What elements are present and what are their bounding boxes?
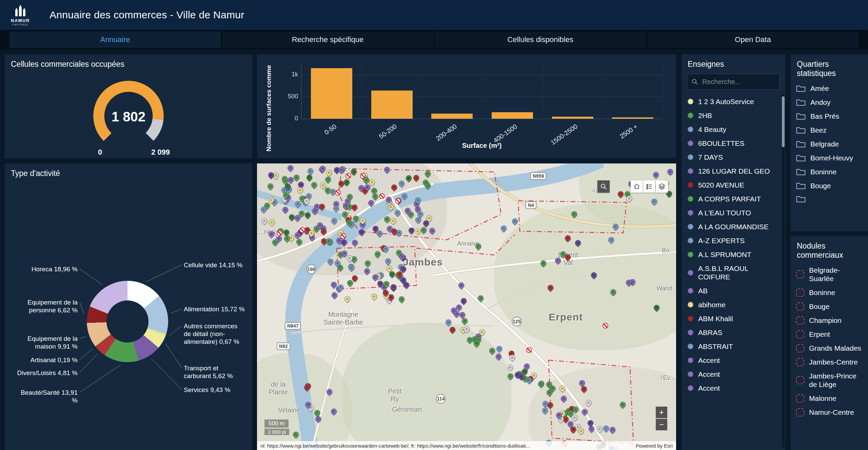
no-entry-marker[interactable]: [277, 230, 282, 236]
map-pin[interactable]: [587, 419, 595, 427]
map-pin[interactable]: [617, 190, 625, 198]
map-pin[interactable]: [383, 215, 391, 223]
no-entry-marker[interactable]: [299, 227, 305, 233]
nodule-item[interactable]: Grands Malades: [791, 341, 868, 355]
map-pin[interactable]: [306, 167, 314, 175]
map-pin[interactable]: [397, 180, 406, 188]
no-entry-marker[interactable]: [360, 173, 366, 179]
map-pin[interactable]: [666, 168, 674, 176]
scrollbar-thumb[interactable]: [782, 96, 785, 147]
map-pin[interactable]: [326, 388, 334, 396]
map-pin[interactable]: [352, 214, 360, 222]
enseignes-search-input[interactable]: [702, 78, 775, 86]
map-pin[interactable]: [570, 210, 578, 218]
map-pin[interactable]: [547, 284, 555, 292]
map-pin[interactable]: [288, 213, 296, 221]
map-pin[interactable]: [412, 174, 420, 182]
enseigne-item[interactable]: 5020 AVENUE: [682, 178, 785, 192]
map-pin[interactable]: [287, 164, 295, 172]
nodule-item[interactable]: Boninne: [791, 286, 868, 299]
enseigne-item[interactable]: A CORPS PARFAIT: [682, 192, 785, 206]
enseigne-item[interactable]: A L'EAU TOUTO: [682, 206, 785, 220]
map-pin[interactable]: [295, 238, 303, 246]
map-pin[interactable]: [373, 250, 381, 258]
map-pin[interactable]: [477, 294, 485, 302]
map-panel[interactable]: JambesErpentErpent ValMontagne Sainte-Ba…: [257, 163, 676, 450]
no-entry-marker[interactable]: [335, 190, 341, 196]
map-pin[interactable]: [449, 326, 457, 334]
map-pin[interactable]: [494, 352, 502, 360]
enseigne-item[interactable]: 1 2 3 AutoService: [682, 95, 785, 109]
map-pin[interactable]: [539, 259, 548, 268]
bar-0-50[interactable]: [311, 68, 352, 119]
map-pin[interactable]: [607, 236, 615, 244]
no-entry-marker[interactable]: [395, 198, 401, 204]
quartier-item[interactable]: Boninne: [791, 165, 868, 179]
map-pin[interactable]: [351, 239, 359, 247]
quartier-item[interactable]: Andoy: [791, 95, 868, 109]
map-pin[interactable]: [407, 226, 415, 234]
no-entry-marker[interactable]: [526, 347, 532, 353]
no-entry-marker[interactable]: [379, 193, 385, 199]
activity-donut-chart[interactable]: [87, 281, 168, 362]
map-pin[interactable]: [423, 170, 432, 178]
map-pin[interactable]: [266, 182, 274, 191]
map-pin[interactable]: [384, 257, 392, 266]
map-pin[interactable]: [296, 186, 304, 194]
bar-1500-2500[interactable]: [552, 117, 593, 119]
enseigne-item[interactable]: ABRAS: [682, 326, 785, 339]
tab-annuaire[interactable]: Annuaire: [9, 32, 221, 48]
bar-50-200[interactable]: [371, 91, 413, 119]
enseigne-item[interactable]: Accent: [682, 381, 785, 395]
map-pin[interactable]: [611, 223, 619, 231]
map-pin[interactable]: [343, 295, 351, 303]
map-pin[interactable]: [314, 415, 322, 423]
map-legend-button[interactable]: [643, 180, 655, 193]
nodule-item[interactable]: Namur-Centre: [791, 405, 868, 419]
map-pin[interactable]: [405, 174, 413, 182]
map-pin[interactable]: [474, 242, 482, 250]
nodule-item[interactable]: Jambes-Prince de Liège: [791, 369, 868, 391]
map-pin[interactable]: [495, 345, 504, 353]
map-pin[interactable]: [364, 259, 372, 267]
enseigne-item[interactable]: abihome: [682, 298, 785, 312]
enseigne-item[interactable]: A.S.B.L RAOUL COIFURE: [682, 261, 785, 284]
enseigne-item[interactable]: ABSTRAIT: [682, 339, 785, 353]
map-pin[interactable]: [511, 217, 519, 226]
map-pin[interactable]: [506, 363, 514, 371]
map-pin[interactable]: [400, 192, 409, 200]
enseigne-item[interactable]: 126 LUGAR DEL GEO: [682, 164, 785, 178]
enseigne-item[interactable]: 7 DAYS: [682, 150, 785, 164]
map-pin[interactable]: [559, 394, 568, 403]
map-pin[interactable]: [324, 176, 332, 184]
nodule-item[interactable]: Bouge: [791, 299, 868, 313]
map-pin[interactable]: [260, 217, 269, 225]
enseigne-item[interactable]: ABM Khalil: [682, 312, 785, 326]
map-pin[interactable]: [609, 288, 617, 296]
bar-2500 +[interactable]: [612, 117, 653, 119]
map-pin[interactable]: [554, 257, 562, 265]
map-pin[interactable]: [327, 257, 335, 266]
nodule-item[interactable]: Champion: [791, 313, 868, 327]
map-pin[interactable]: [305, 174, 314, 182]
map-pin[interactable]: [310, 181, 318, 189]
map-pin[interactable]: [394, 209, 402, 217]
map-pin[interactable]: [618, 400, 627, 409]
nodule-item[interactable]: Erpent: [791, 327, 868, 341]
map-pin[interactable]: [428, 227, 436, 235]
enseigne-item[interactable]: 4 Beauty: [682, 122, 785, 136]
map-pin[interactable]: [574, 239, 582, 247]
map-pin[interactable]: [383, 166, 391, 174]
map-search-button[interactable]: [597, 180, 610, 193]
quartier-item[interactable]: Bas Prés: [791, 109, 868, 123]
quartier-item[interactable]: Belgrade: [791, 137, 868, 151]
map-pin[interactable]: [330, 291, 338, 299]
map-pin[interactable]: [602, 425, 610, 433]
tab-cellules-disponibles[interactable]: Cellules disponibles: [435, 32, 646, 48]
enseignes-scrollbar[interactable]: [782, 94, 785, 447]
no-entry-marker[interactable]: [603, 323, 608, 329]
map-pin[interactable]: [414, 228, 422, 236]
map-pin[interactable]: [460, 297, 468, 305]
map-pin[interactable]: [292, 431, 300, 439]
bar-400-1500[interactable]: [492, 112, 533, 119]
